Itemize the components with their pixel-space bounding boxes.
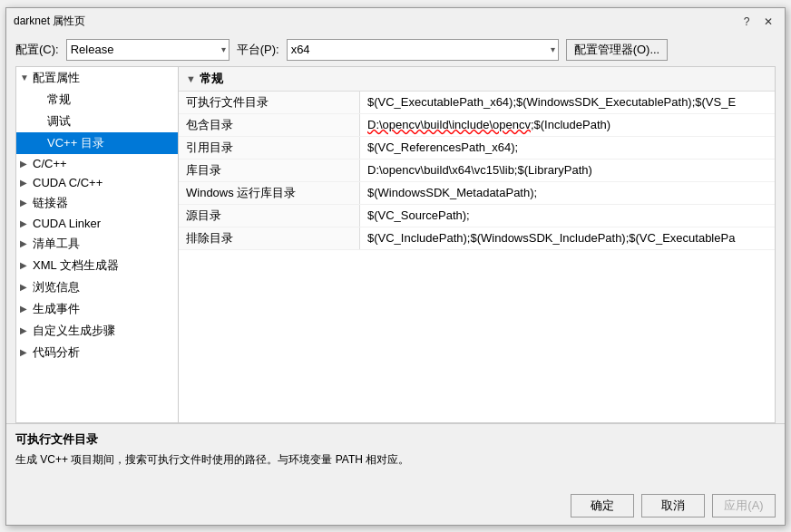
manifest-arrow: ▶	[20, 238, 33, 248]
prop-row-winrt-dir[interactable]: Windows 运行库目录 $(WindowsSDK_MetadataPath)…	[179, 182, 775, 205]
cudacpp-arrow: ▶	[20, 178, 33, 188]
config-manager-button[interactable]: 配置管理器(O)...	[566, 39, 669, 61]
cudacpp-label: CUDA C/C++	[33, 176, 103, 189]
debug-label: 调试	[47, 113, 71, 130]
title-bar-left: darknet 属性页	[14, 14, 85, 29]
help-button[interactable]: ?	[737, 14, 756, 30]
browse-arrow: ▶	[20, 282, 33, 292]
right-panel: ▼ 常规 可执行文件目录 $(VC_ExecutablePath_x64);$(…	[179, 66, 776, 423]
browse-label: 浏览信息	[33, 279, 80, 295]
tree-item-custom-build[interactable]: ▶ 自定义生成步骤	[16, 320, 178, 342]
tree-item-code-analysis[interactable]: ▶ 代码分析	[16, 342, 178, 363]
tree-root-label: 配置属性	[33, 70, 80, 86]
prop-value-lib-dir: D:\opencv\build\x64\vc15\lib;$(LibraryPa…	[360, 160, 775, 181]
properties-dialog: darknet 属性页 ? ✕ 配置(C): Release 平台(P): x6…	[5, 7, 786, 526]
section-triangle: ▼	[186, 73, 196, 84]
platform-select-wrapper: x64	[287, 39, 559, 61]
prop-name-include-dir: 包含目录	[179, 114, 360, 136]
tree-item-linker[interactable]: ▶ 链接器	[16, 192, 178, 214]
tree-item-general[interactable]: 常规	[16, 89, 178, 111]
description-panel: 可执行文件目录 生成 VC++ 项目期间，搜索可执行文件时使用的路径。与环境变量…	[6, 423, 785, 487]
prop-row-src-dir[interactable]: 源目录 $(VC_SourcePath);	[179, 205, 775, 227]
tree-item-build-events[interactable]: ▶ 生成事件	[16, 298, 178, 320]
toolbar: 配置(C): Release 平台(P): x64 配置管理器(O)...	[6, 34, 785, 66]
buildevents-arrow: ▶	[20, 304, 33, 314]
properties-table: 可执行文件目录 $(VC_ExecutablePath_x64);$(Windo…	[179, 92, 775, 422]
platform-label: 平台(P):	[237, 42, 279, 58]
tree-item-xml[interactable]: ▶ XML 文档生成器	[16, 255, 178, 276]
general-label: 常规	[47, 92, 71, 108]
vcdirs-label: VC++ 目录	[47, 135, 104, 151]
ccpp-label: C/C++	[33, 157, 67, 170]
xml-label: XML 文档生成器	[33, 257, 119, 274]
tree-item-cuda-cpp[interactable]: ▶ CUDA C/C++	[16, 173, 178, 192]
prop-row-executable-dir[interactable]: 可执行文件目录 $(VC_ExecutablePath_x64);$(Windo…	[179, 92, 775, 114]
prop-name-executable-dir: 可执行文件目录	[179, 92, 360, 113]
platform-select[interactable]: x64	[287, 39, 559, 61]
custombuild-label: 自定义生成步骤	[33, 323, 115, 339]
prop-name-lib-dir: 库目录	[179, 160, 360, 181]
config-label: 配置(C):	[15, 42, 59, 58]
custombuild-arrow: ▶	[20, 325, 33, 335]
prop-name-ref-dir: 引用目录	[179, 137, 360, 159]
prop-row-exclude-dir[interactable]: 排除目录 $(VC_IncludePath);$(WindowsSDK_Incl…	[179, 227, 775, 250]
main-content: ▼ 配置属性 常规 调试 VC++ 目录 ▶ C/C++	[15, 66, 776, 423]
tree-root[interactable]: ▼ 配置属性	[16, 67, 178, 89]
ccpp-arrow: ▶	[20, 159, 33, 169]
properties-header: ▼ 常规	[179, 67, 775, 92]
codeanalysis-label: 代码分析	[33, 344, 80, 361]
include-path-highlight: D:\opencv\build\include\opencv	[367, 118, 531, 131]
prop-name-winrt-dir: Windows 运行库目录	[179, 182, 360, 204]
linker-label: 链接器	[33, 195, 68, 211]
left-panel: ▼ 配置属性 常规 调试 VC++ 目录 ▶ C/C++	[15, 66, 179, 423]
section-label: 常规	[200, 71, 223, 87]
apply-button[interactable]: 应用(A)	[712, 494, 776, 517]
buildevents-label: 生成事件	[33, 301, 80, 317]
close-button[interactable]: ✕	[759, 14, 777, 30]
tree-item-cuda-linker[interactable]: ▶ CUDA Linker	[16, 214, 178, 233]
prop-value-ref-dir: $(VC_ReferencesPath_x64);	[360, 137, 775, 159]
prop-row-include-dir[interactable]: 包含目录 D:\opencv\build\include\opencv;$(In…	[179, 114, 775, 137]
prop-name-src-dir: 源目录	[179, 205, 360, 227]
xml-arrow: ▶	[20, 260, 33, 270]
cudalinker-label: CUDA Linker	[33, 217, 101, 230]
prop-name-exclude-dir: 排除目录	[179, 227, 360, 249]
cancel-button[interactable]: 取消	[641, 494, 705, 517]
tree-item-ccpp[interactable]: ▶ C/C++	[16, 154, 178, 173]
codeanalysis-arrow: ▶	[20, 347, 33, 357]
title-bar: darknet 属性页 ? ✕	[6, 8, 785, 34]
tree-item-manifest[interactable]: ▶ 清单工具	[16, 233, 178, 255]
prop-value-exclude-dir: $(VC_IncludePath);$(WindowsSDK_IncludePa…	[360, 227, 775, 249]
ok-button[interactable]: 确定	[571, 494, 634, 517]
tree-item-debug[interactable]: 调试	[16, 111, 178, 132]
tree-root-arrow: ▼	[20, 73, 33, 82]
prop-value-src-dir: $(VC_SourcePath);	[360, 205, 775, 227]
prop-row-lib-dir[interactable]: 库目录 D:\opencv\build\x64\vc15\lib;$(Libra…	[179, 160, 775, 182]
manifest-label: 清单工具	[33, 236, 80, 252]
title-bar-buttons: ? ✕	[737, 14, 777, 30]
description-title: 可执行文件目录	[15, 431, 776, 448]
button-row: 确定 取消 应用(A)	[6, 487, 785, 525]
linker-arrow: ▶	[20, 198, 33, 208]
cudalinker-arrow: ▶	[20, 218, 33, 228]
config-select-wrapper: Release	[66, 39, 229, 61]
prop-row-ref-dir[interactable]: 引用目录 $(VC_ReferencesPath_x64);	[179, 137, 775, 160]
description-text: 生成 VC++ 项目期间，搜索可执行文件时使用的路径。与环境变量 PATH 相对…	[15, 451, 776, 468]
config-select[interactable]: Release	[66, 39, 229, 61]
tree-item-browse[interactable]: ▶ 浏览信息	[16, 276, 178, 298]
tree-item-vc-dirs[interactable]: VC++ 目录	[16, 132, 178, 154]
dialog-title: darknet 属性页	[14, 14, 85, 29]
include-path-rest: ;$(IncludePath)	[531, 118, 610, 131]
prop-value-executable-dir: $(VC_ExecutablePath_x64);$(WindowsSDK_Ex…	[360, 92, 775, 113]
prop-value-include-dir: D:\opencv\build\include\opencv;$(Include…	[360, 114, 775, 136]
prop-value-winrt-dir: $(WindowsSDK_MetadataPath);	[360, 182, 775, 204]
